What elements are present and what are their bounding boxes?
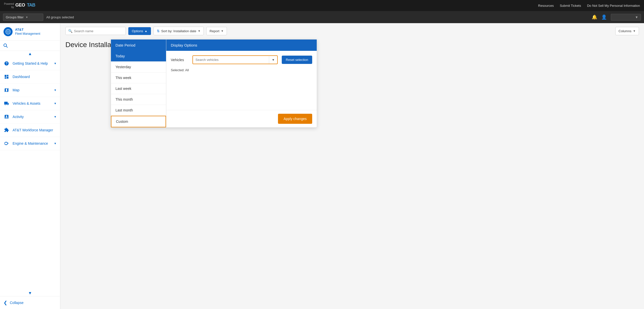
sidebar-scroll-up-arrow[interactable]: ▲ — [0, 51, 60, 57]
svg-line-6 — [6, 46, 8, 48]
search-icon: 🔍 — [68, 29, 72, 33]
period-yesterday[interactable]: Yesterday — [111, 62, 166, 72]
submit-tickets-link[interactable]: Submit Tickets — [560, 4, 581, 8]
sidebar-item-vehicles[interactable]: Vehicles & Assets ▼ — [0, 97, 60, 110]
sidebar-item-getting-started[interactable]: Getting Started & Help ▼ — [0, 57, 60, 70]
map-label: Map — [13, 88, 51, 92]
sidebar-item-activity[interactable]: Activity ▼ — [0, 110, 60, 124]
att-logo-circle — [4, 27, 13, 36]
display-options-content: Vehicles ▼ Reset selection Selected: All — [166, 51, 317, 110]
options-dropdown-panel: Date Period Today Yesterday This week La… — [111, 39, 317, 128]
svg-text:TAB: TAB — [27, 3, 35, 8]
search-vehicles-wrap: ▼ — [192, 55, 278, 64]
sidebar-header: AT&T Fleet Management — [0, 23, 60, 41]
options-label: Options — [132, 29, 143, 33]
groups-filter-label: Groups filter — [6, 15, 24, 19]
groups-bar-actions: 🔔 👤 ▼ — [592, 14, 641, 21]
period-last-week[interactable]: Last week — [111, 83, 166, 94]
getting-started-label: Getting Started & Help — [13, 61, 51, 65]
sidebar-nav: Getting Started & Help ▼ Dashboard Map ▼ — [0, 57, 60, 290]
report-chevron-icon: ▼ — [221, 29, 224, 32]
truck-icon — [4, 100, 10, 106]
period-this-week[interactable]: This week — [111, 72, 166, 83]
collapse-arrow-icon: ❮ — [4, 300, 7, 305]
sidebar-item-dashboard[interactable]: Dashboard — [0, 70, 60, 84]
sidebar-item-map[interactable]: Map ▼ — [0, 84, 60, 97]
period-today[interactable]: Today — [111, 51, 166, 62]
display-options-panel: Display Options Vehicles ▼ Reset selecti… — [166, 40, 317, 127]
sort-button[interactable]: ⇅ Sort by: Installation date ▼ — [153, 27, 204, 35]
sort-icon: ⇅ — [157, 29, 160, 33]
powered-by-text: Poweredby — [4, 2, 14, 9]
workforce-label: AT&T Workforce Manager — [13, 128, 57, 132]
apply-changes-button[interactable]: Apply changes — [278, 114, 312, 124]
groups-filter-button[interactable]: Groups filter ▼ — [3, 14, 43, 21]
options-button[interactable]: Options ▲ — [128, 27, 151, 35]
date-period-header: Date Period — [111, 40, 166, 51]
vehicles-label: Vehicles — [171, 58, 188, 62]
user-dropdown-chevron-icon: ▼ — [635, 15, 638, 19]
getting-started-chevron-icon: ▼ — [54, 62, 57, 65]
do-not-sell-link[interactable]: Do Not Sell My Personal Information — [587, 4, 640, 8]
dashboard-label: Dashboard — [13, 75, 57, 79]
puzzle-icon — [4, 127, 10, 133]
activity-chevron-icon: ▼ — [54, 115, 57, 118]
columns-label: Columns — [619, 29, 631, 33]
sidebar-search-icon[interactable] — [3, 43, 57, 48]
vehicles-assets-label: Vehicles & Assets — [13, 101, 51, 105]
report-button[interactable]: Report ▼ — [206, 27, 227, 35]
vehicles-row: Vehicles ▼ Reset selection — [171, 55, 312, 64]
columns-button[interactable]: Columns ▼ — [615, 27, 639, 35]
vehicles-chevron-icon: ▼ — [54, 102, 57, 105]
sort-chevron-icon: ▼ — [198, 29, 200, 32]
notification-bell-icon[interactable]: 🔔 — [592, 14, 597, 20]
dropdown-footer: Apply changes — [166, 110, 317, 127]
report-label: Report — [210, 29, 219, 33]
activity-label: Activity — [13, 115, 51, 119]
engine-chevron-icon: ▼ — [54, 142, 57, 145]
logo-area: Poweredby GEO TAB — [4, 2, 43, 9]
columns-chevron-icon: ▼ — [633, 29, 636, 32]
search-input-wrap: 🔍 — [65, 27, 126, 35]
sidebar-scroll-down-arrow[interactable]: ▼ — [0, 290, 60, 296]
user-profile-icon[interactable]: 👤 — [601, 14, 607, 20]
selected-all-text: Selected: All — [171, 68, 312, 72]
sidebar-item-workforce[interactable]: AT&T Workforce Manager — [0, 124, 60, 137]
sidebar: AT&T Fleet Management ▲ Getting Started … — [0, 23, 60, 309]
top-navigation-bar: Poweredby GEO TAB Resources Submit Ticke… — [0, 0, 644, 11]
period-custom[interactable]: Custom — [111, 116, 166, 127]
period-this-month[interactable]: This month — [111, 94, 166, 105]
svg-text:GEO: GEO — [15, 3, 25, 8]
date-period-panel: Date Period Today Yesterday This week La… — [111, 40, 166, 127]
question-circle-icon — [4, 60, 10, 66]
user-dropdown-button[interactable]: ▼ — [611, 14, 641, 21]
sidebar-company-line1: AT&T — [15, 28, 40, 32]
main-layout: AT&T Fleet Management ▲ Getting Started … — [0, 23, 644, 309]
activity-icon — [4, 114, 10, 120]
collapse-label: Collapse — [10, 301, 23, 305]
display-options-header: Display Options — [166, 40, 317, 51]
reset-selection-button[interactable]: Reset selection — [282, 56, 312, 64]
groups-filter-chevron-icon: ▼ — [26, 16, 28, 19]
sidebar-item-engine[interactable]: Engine & Maintenance ▼ — [0, 137, 60, 150]
resources-link[interactable]: Resources — [538, 4, 554, 8]
map-chevron-icon: ▼ — [54, 89, 57, 92]
period-last-month[interactable]: Last month — [111, 105, 166, 116]
geotab-logo: GEO TAB — [15, 2, 43, 9]
svg-point-5 — [4, 44, 7, 47]
groups-filter-bar: Groups filter ▼ All groups selected 🔔 👤 … — [0, 11, 644, 23]
sidebar-company-info: AT&T Fleet Management — [15, 28, 40, 36]
engine-icon — [4, 140, 10, 146]
sort-label: Sort by: Installation date — [161, 29, 196, 33]
search-vehicles-chevron-icon[interactable]: ▼ — [269, 56, 277, 64]
content-toolbar: 🔍 Options ▲ ⇅ Sort by: Installation date… — [60, 23, 644, 39]
dashboard-icon — [4, 74, 10, 80]
options-chevron-icon: ▲ — [145, 29, 147, 32]
groups-selected-text: All groups selected — [46, 15, 74, 19]
search-vehicles-input[interactable] — [193, 56, 269, 64]
engine-maintenance-label: Engine & Maintenance — [13, 141, 51, 145]
search-name-input[interactable] — [74, 29, 123, 33]
top-bar-links: Resources Submit Tickets Do Not Sell My … — [538, 4, 640, 8]
sidebar-company-line2: Fleet Management — [15, 32, 40, 36]
sidebar-collapse-button[interactable]: ❮ Collapse — [0, 296, 60, 309]
